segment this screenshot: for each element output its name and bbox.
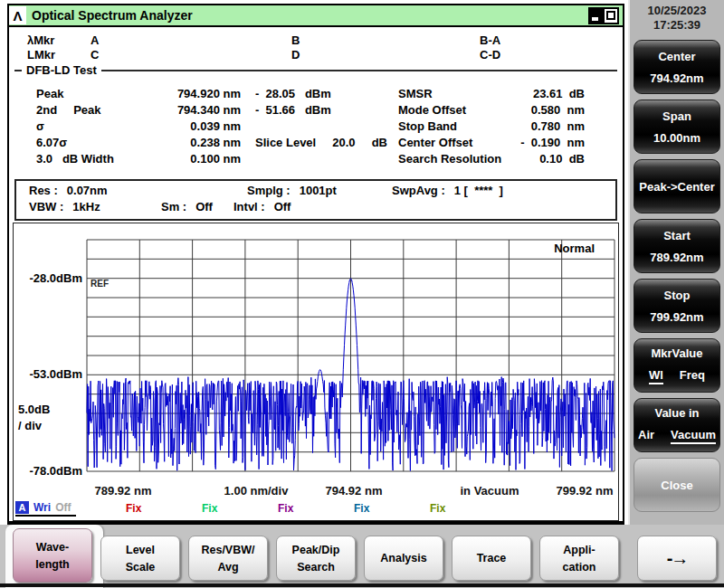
softkey-mkr-value-label: MkrValue <box>651 346 702 360</box>
bottom-divider <box>0 583 724 587</box>
vbw-setting: VBW :1kHz <box>29 200 100 213</box>
display-mode-label: Normal <box>554 242 595 255</box>
sweep-settings-box: Res :0.07nm Smplg :1001pt SwpAvg :1 [ **… <box>14 179 617 221</box>
value-in-option-vacuum[interactable]: Vacuum <box>671 428 716 444</box>
fkey-more-arrow[interactable]: -→ <box>637 536 717 581</box>
analysis-row-6sigma: 6.07σ 0.238 nm Slice Level 20.0 dB Cente… <box>9 136 623 151</box>
minimize-icon[interactable] <box>590 9 603 23</box>
datetime-display: 10/25/2023 17:25:39 <box>630 4 724 33</box>
y-axis-label-mid: -53.0dBm <box>14 367 82 381</box>
trace-a-off: Off <box>55 501 71 514</box>
softkey-start-label: Start <box>663 229 691 242</box>
softkey-center[interactable]: Center 794.92nm <box>634 40 720 94</box>
y-axis-label-ref: -28.0dBm <box>14 271 82 285</box>
softkey-span-label: Span <box>662 109 691 123</box>
time-label: 17:25:39 <box>630 18 724 33</box>
analysis-title: DFB-LD Test <box>22 63 101 77</box>
fkey-wavelength[interactable]: Wave- length <box>13 528 92 583</box>
fkey-application[interactable]: Appli- cation <box>539 536 619 581</box>
trace-d-status[interactable]: Fix <box>278 502 293 515</box>
trace-a-mode: Wri <box>33 501 51 514</box>
intvl-setting: Intvl :Off <box>233 200 291 213</box>
softkey-panel: 10/25/2023 17:25:39 Center 794.92nm Span… <box>628 0 724 588</box>
trace-f-status[interactable]: Fix <box>430 502 445 515</box>
x-axis-start-label: 789.92 nm <box>95 484 152 498</box>
date-label: 10/25/2023 <box>630 4 724 18</box>
window-title: Optical Spectrum Analyzer <box>32 8 193 23</box>
smplg-setting: Smplg :1001pt <box>247 184 337 197</box>
fkey-res-vbw-avg[interactable]: Res/VBW/ Avg <box>188 536 268 581</box>
trace-a-status[interactable]: A Wri Off <box>15 501 76 517</box>
maximize-icon[interactable] <box>603 9 617 23</box>
softkey-center-value: 794.92nm <box>650 71 703 85</box>
trace-a-badge: A <box>15 501 29 514</box>
mkr-a-label: A <box>90 33 99 47</box>
softkey-value-in-label: Value in <box>654 406 699 420</box>
mkr-ba-label: B-A <box>480 33 500 47</box>
osa-window: Λ Optical Spectrum Analyzer λMkr A B B-A… <box>7 4 624 525</box>
softkey-mkr-value[interactable]: MkrValue Wl Freq <box>634 338 720 393</box>
fkey-analysis[interactable]: Analysis <box>364 536 443 581</box>
softkey-center-label: Center <box>658 50 695 63</box>
marker-row-wavelength: λMkr A B B-A <box>9 33 623 48</box>
more-arrow-icon: -→ <box>667 548 688 569</box>
softkey-close[interactable]: Close <box>634 458 720 512</box>
softkey-start-value: 789.92nm <box>650 251 703 264</box>
titlebar: Λ Optical Spectrum Analyzer <box>9 5 623 27</box>
softkey-start[interactable]: Start 789.92nm <box>634 219 720 273</box>
analysis-row-db-width: 3.0 dB Width 0.100 nm Search Resolution … <box>9 152 623 167</box>
sm-setting: Sm :Off <box>161 200 213 213</box>
mkr-c-label: C <box>90 48 99 62</box>
function-key-bar: Wave- length Level Scale Res/VBW/ Avg Pe… <box>0 525 724 588</box>
x-axis-medium-label: in Vacuum <box>460 484 519 498</box>
softkey-stop-label: Stop <box>664 289 691 302</box>
spectrum-chart <box>14 223 618 520</box>
softkey-span[interactable]: Span 10.00nm <box>634 100 720 154</box>
anritsu-logo-icon: Λ <box>9 6 26 24</box>
spectrum-display: Normal REF -28.0dBm -53.0dBm -78.0dBm 5.… <box>13 223 619 521</box>
res-setting: Res :0.07nm <box>29 184 108 197</box>
analysis-row-2nd-peak: 2nd Peak 794.340 nm - 51.66 dBm Mode Off… <box>9 103 623 119</box>
softkey-close-label: Close <box>661 479 692 492</box>
softkey-peak-to-center[interactable]: Peak->Center <box>634 159 720 213</box>
y-axis-label-bottom: -78.0dBm <box>14 464 82 478</box>
x-axis-stop-label: 799.92 nm <box>557 484 614 498</box>
value-in-option-air[interactable]: Air <box>638 428 654 444</box>
scale-per-div-label: 5.0dB <box>18 403 50 416</box>
mkr-b-label: B <box>291 33 300 47</box>
marker-row-level: LMkr C D C-D <box>9 48 623 62</box>
analysis-row-sigma: σ 0.039 nm Stop Band 0.780 nm <box>9 119 623 135</box>
swpavg-setting: SwpAvg :1 [ **** ] <box>392 184 503 197</box>
fkey-trace[interactable]: Trace <box>452 536 531 581</box>
mkr-row2-name: LMkr <box>27 48 55 62</box>
window-controls <box>588 7 619 24</box>
mkr-d-label: D <box>291 48 300 62</box>
fkey-level-scale[interactable]: Level Scale <box>100 536 180 581</box>
x-axis-perdiv-label: 1.00 nm/div <box>224 484 289 498</box>
mkr-cd-label: C-D <box>480 48 500 62</box>
softkey-span-value: 10.00nm <box>653 131 700 145</box>
mkr-value-option-wl[interactable]: Wl <box>649 368 663 384</box>
softkey-stop-value: 799.92nm <box>650 310 703 324</box>
softkey-value-in[interactable]: Value in Air Vacuum <box>634 398 720 452</box>
trace-b-status[interactable]: Fix <box>126 502 141 515</box>
trace-legend: A Wri Off Fix Fix Fix Fix Fix <box>14 501 618 517</box>
trace-e-status[interactable]: Fix <box>354 502 369 515</box>
mkr-value-option-freq[interactable]: Freq <box>680 368 705 384</box>
scale-per-div-label2: / div <box>18 419 42 432</box>
softkey-peak-to-center-label: Peak->Center <box>639 180 714 194</box>
x-axis-center-label: 794.92 nm <box>326 484 383 498</box>
trace-c-status[interactable]: Fix <box>202 502 217 515</box>
softkey-stop[interactable]: Stop 799.92nm <box>634 279 720 333</box>
mkr-row1-name: λMkr <box>27 33 54 47</box>
fkey-peak-dip-search[interactable]: Peak/Dip Search <box>276 536 356 581</box>
ref-level-label: REF <box>90 279 109 289</box>
analysis-group-separator: DFB-LD Test <box>14 70 617 71</box>
analysis-row-peak: Peak 794.920 nm - 28.05 dBm SMSR 23.61 d… <box>9 87 623 102</box>
